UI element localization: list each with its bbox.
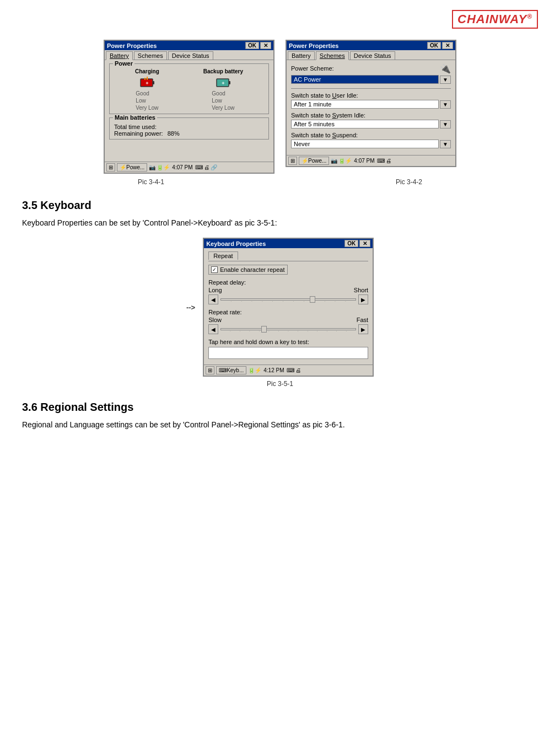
tab-device-status-341[interactable]: Device Status xyxy=(168,51,213,60)
kbd-taskbar-app[interactable]: ⌨Keyb... xyxy=(216,366,246,374)
repeat-delay-right-btn[interactable]: ▶ xyxy=(358,294,368,304)
main-batteries-title: Main batteries xyxy=(113,114,157,121)
repeat-rate-slider-row: ◀ · · · · · · · xyxy=(208,324,368,334)
taskbar-icons-342: 📷 🔋⚡ 4:07 PM ⌨ 🖨 xyxy=(331,158,391,164)
suspend-group: Switch state to Suspend: Never ▼ xyxy=(291,132,451,148)
svg-text:+: + xyxy=(146,81,148,86)
repeat-delay-track-container: · · · · · · · · · · xyxy=(220,294,356,304)
taskbar-icon-kbd-342: ⌨ xyxy=(377,158,385,164)
suspend-arrow[interactable]: ▼ xyxy=(440,140,451,148)
repeat-rate-left-btn[interactable]: ◀ xyxy=(208,324,218,334)
kbd-checkbox-row[interactable]: ✓ Enable character repeat xyxy=(208,265,287,275)
power-scheme-value[interactable]: AC Power xyxy=(291,75,439,84)
taskbar-powe-342[interactable]: ⚡Powe... xyxy=(299,157,329,165)
repeat-delay-label: Repeat delay: xyxy=(208,279,246,286)
user-idle-label: Switch state to User Idle: xyxy=(291,92,451,99)
dot: · xyxy=(230,329,230,333)
fast-label: Fast xyxy=(357,317,368,323)
caption-341: Pic 3-4-1 xyxy=(138,178,164,186)
screenshots-row-34: Power Properties OK ✕ Battery Schemes De… xyxy=(22,40,538,174)
user-idle-value[interactable]: After 1 minute xyxy=(291,100,439,109)
taskbar-time-341: 4:07 PM xyxy=(171,164,193,170)
user-idle-arrow[interactable]: ▼ xyxy=(440,100,451,109)
taskbar-powe-label: ⚡Powe... xyxy=(120,164,144,170)
taskbar-time-342: 4:07 PM xyxy=(353,158,375,164)
suspend-value[interactable]: Never xyxy=(291,140,439,148)
kbd-start-button[interactable]: ⊞ xyxy=(206,366,214,374)
kbd-titlebar: Keyboard Properties OK ✕ xyxy=(204,239,373,248)
backup-good: Good xyxy=(212,90,234,97)
spacer xyxy=(109,142,269,158)
start-button-341[interactable]: ⊞ xyxy=(106,163,115,172)
pic-341-ok-button[interactable]: OK xyxy=(245,42,259,49)
pic-342-tabs: Battery Schemes Device Status xyxy=(287,50,455,60)
pic-341-close-button[interactable]: ✕ xyxy=(260,42,271,49)
dot: · xyxy=(326,329,327,333)
start-button-342[interactable]: ⊞ xyxy=(288,157,297,165)
kbd-checkbox[interactable]: ✓ xyxy=(211,266,218,273)
kbd-test-input[interactable] xyxy=(208,347,368,359)
pic-342-ok-button[interactable]: OK xyxy=(427,42,441,49)
kbd-ok-button[interactable]: OK xyxy=(344,240,358,247)
repeat-delay-thumb[interactable] xyxy=(310,296,315,303)
kbd-taskbar: ⊞ ⌨Keyb... 🔋⚡ 4:12 PM ⌨ 🖨 xyxy=(204,365,373,376)
dot: · xyxy=(298,329,298,333)
kbd-tab-repeat[interactable]: Repeat xyxy=(208,251,238,260)
arrow-label: --> xyxy=(186,303,195,312)
section-36-body-text: Regional and Language settings can be se… xyxy=(22,420,345,429)
taskbar-powe-341[interactable]: ⚡Powe... xyxy=(117,163,147,172)
backup-battery-icon: + xyxy=(216,77,231,89)
dot: · xyxy=(304,299,304,303)
pic-342-close-button[interactable]: ✕ xyxy=(442,42,453,49)
repeat-rate-range: Slow Fast xyxy=(208,317,368,323)
tab-battery-342[interactable]: Battery xyxy=(288,51,315,60)
repeat-rate-thumb[interactable] xyxy=(261,326,267,333)
tab-schemes-341[interactable]: Schemes xyxy=(134,51,167,60)
kbd-content: Repeat ✓ Enable character repeat Repeat … xyxy=(204,248,373,365)
system-idle-value[interactable]: After 5 minutes xyxy=(291,120,439,128)
kbd-taskbar-time: 4:12 PM xyxy=(262,367,285,373)
power-scheme-dropdown-arrow[interactable]: ▼ xyxy=(440,76,451,84)
kbd-taskbar-label: ⌨Keyb... xyxy=(219,367,244,373)
charging-col: Charging + Good Low xyxy=(135,68,159,111)
power-scheme-select[interactable]: AC Power ▼ xyxy=(291,75,451,84)
caption-row-34: Pic 3-4-1 Pic 3-4-2 xyxy=(22,178,538,186)
pic-342-taskbar: ⊞ ⚡Powe... 📷 🔋⚡ 4:07 PM ⌨ 🖨 xyxy=(287,155,455,166)
keyboard-row-inner: --> Keyboard Properties OK ✕ Repeat ✓ xyxy=(186,238,374,377)
repeat-rate-right-btn[interactable]: ▶ xyxy=(358,324,368,334)
pic-341-window: Power Properties OK ✕ Battery Schemes De… xyxy=(104,40,274,174)
tab-schemes-342[interactable]: Schemes xyxy=(316,51,349,60)
system-idle-arrow[interactable]: ▼ xyxy=(440,120,451,128)
kbd-taskbar-icon-kbd2: ⌨ xyxy=(287,367,294,373)
kbd-tab-area: Repeat xyxy=(208,251,368,261)
charging-good: Good xyxy=(136,90,158,97)
backup-battery-label: Backup battery xyxy=(203,68,243,74)
taskbar-icon-print: 🖨 xyxy=(204,164,209,170)
kbd-taskbar-icon-print: 🖨 xyxy=(295,367,301,373)
repeat-delay-range: Long Short xyxy=(208,287,368,293)
pic-342-content: Power Scheme: 🔌 AC Power ▼ Switch state … xyxy=(287,60,455,155)
svg-rect-6 xyxy=(229,81,230,84)
divider-1 xyxy=(291,88,451,89)
backup-verylow: Very Low xyxy=(212,104,234,111)
long-label: Long xyxy=(208,287,222,293)
system-idle-label: Switch state to System Idle: xyxy=(291,112,451,119)
chainway-logo: CHAINWAY® xyxy=(452,10,538,29)
pic-341-titlebar: Power Properties OK ✕ xyxy=(105,41,273,50)
pic-342-container: Power Properties OK ✕ Battery Schemes De… xyxy=(286,40,456,174)
kbd-close-button[interactable]: ✕ xyxy=(359,240,370,247)
charging-battery-icon: + xyxy=(139,77,155,89)
taskbar-icon-cam-342: 📷 xyxy=(331,158,337,164)
backup-col: Backup battery + Good Low Very Low xyxy=(203,68,243,111)
pic-342-title: Power Properties xyxy=(289,42,338,49)
remaining-power-label: Remaining power: xyxy=(114,130,163,137)
backup-low: Low xyxy=(212,97,234,104)
tab-device-status-342[interactable]: Device Status xyxy=(350,51,395,60)
taskbar-icon-kbd: ⌨ xyxy=(195,164,203,170)
tab-battery-341[interactable]: Battery xyxy=(106,51,133,60)
power-row: Charging + Good Low xyxy=(113,68,265,111)
dot: · xyxy=(240,329,240,333)
dot: · xyxy=(231,299,231,303)
repeat-delay-left-btn[interactable]: ◀ xyxy=(208,294,218,304)
taskbar-icons-341: 📷 🔋⚡ 4:07 PM ⌨ 🖨 🔗 xyxy=(149,164,217,170)
